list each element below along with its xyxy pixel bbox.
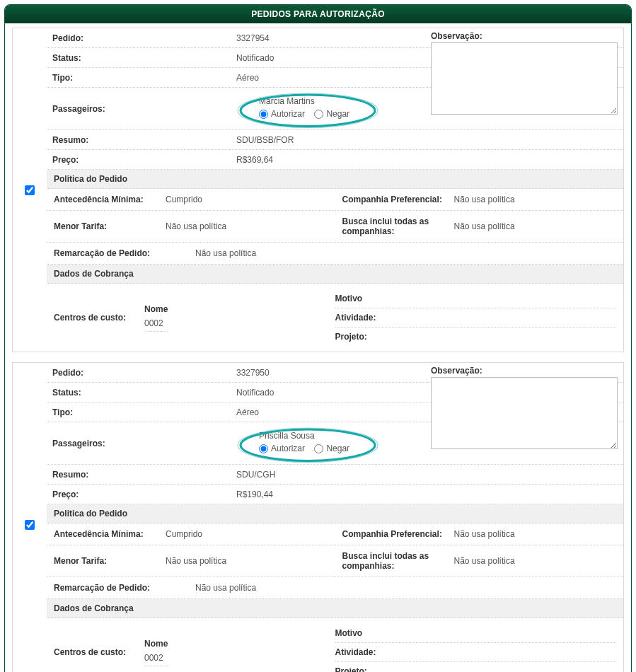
radio-autorizar[interactable] [259,444,268,453]
label-companhia-pref: Companhia Preferencial: [342,195,454,204]
value-remarcacao: Não usa política [195,583,256,593]
value-busca-inclui: Não usa política [454,556,515,566]
label-atividade: Atividade: [335,643,617,662]
cobranca-left: Centros de custo: Nome 0002 [54,624,335,672]
radio-negar[interactable] [314,444,323,453]
select-request-checkbox[interactable] [25,520,35,530]
radio-negar-label[interactable]: Negar [314,109,349,119]
section-cobranca: Dados de Cobrança [47,599,623,618]
value-menor-tarifa: Não usa política [166,221,226,231]
value-centro-custo: 0002 [144,653,168,666]
cell-busca-inclui: Busca inclui todas as companhias: Não us… [335,545,624,577]
row-resumo: Resumo: SDU/BSB/FOR [47,130,623,150]
label-menor-tarifa: Menor Tarifa: [54,556,166,566]
label-status: Status: [52,388,236,398]
row-pedido: Pedido: 3327954 Observação: [47,28,623,48]
row-remarcacao: Remarcação de Pedido: Não usa política [47,243,623,265]
value-preco: R$190,44 [236,489,618,499]
request-content: Pedido: 3327950 Observação: Status: Noti… [47,363,623,672]
label-nome: Nome [144,304,168,314]
cobranca-left: Centros de custo: Nome 0002 [54,289,335,346]
row-remarcacao: Remarcação de Pedido: Não usa política [47,577,623,599]
observation-textarea[interactable] [431,42,618,115]
passenger-name: Priscilla Sousa [259,431,357,441]
cell-antecedencia: Antecedência Mínima: Cumprido [47,189,335,211]
label-preco: Preço: [52,155,236,165]
cell-companhia-pref: Companhia Preferencial: Não usa política [335,189,624,211]
label-nome: Nome [144,639,168,649]
radio-autorizar-label[interactable]: Autorizar [259,109,305,119]
radio-negar[interactable] [314,110,323,119]
cobranca-right: Motivo Atividade: Projeto: [335,624,617,672]
label-preco: Preço: [52,489,236,499]
row-resumo: Resumo: SDU/CGH [47,465,623,485]
label-atividade: Atividade: [335,308,617,328]
label-passageiros: Passageiros: [52,439,236,448]
passenger-radios: Autorizar Negar [259,444,357,456]
row-preco: Preço: R$369,64 [47,150,623,170]
value-resumo: SDU/BSB/FOR [236,135,618,145]
politica-grid: Antecedência Mínima: Cumprido Companhia … [47,189,623,243]
cell-menor-tarifa: Menor Tarifa: Não usa política [47,545,335,577]
label-status: Status: [52,53,236,63]
label-antecedencia: Antecedência Mínima: [54,529,166,539]
radio-autorizar[interactable] [259,110,268,119]
label-resumo: Resumo: [52,470,236,480]
section-politica: Politica do Pedido [47,504,623,523]
passenger-name: Marcia Martins [259,96,357,106]
label-tipo: Tipo: [52,407,236,417]
authorization-panel: PEDIDOS PARA AUTORIZAÇÃO Pedido: 3327954… [4,4,632,672]
cell-antecedencia: Antecedência Mínima: Cumprido [47,523,335,545]
label-motivo: Motivo [335,289,617,308]
label-menor-tarifa: Menor Tarifa: [54,221,166,231]
row-pedido: Pedido: 3327950 Observação: [47,363,623,383]
cobranca-right: Motivo Atividade: Projeto: [335,289,617,346]
passenger-box: Marcia Martins Autorizar Negar [236,92,379,125]
value-menor-tarifa: Não usa política [166,556,226,566]
politica-grid: Antecedência Mínima: Cumprido Companhia … [47,523,623,577]
label-passageiros: Passageiros: [52,104,236,114]
label-tipo: Tipo: [52,73,236,83]
value-busca-inclui: Não usa política [454,221,515,231]
row-preco: Preço: R$190,44 [47,485,623,504]
label-antecedencia: Antecedência Mínima: [54,195,166,204]
label-projeto: Projeto: [335,328,617,346]
request-content: Pedido: 3327954 Observação: Status: Noti… [47,28,623,352]
label-pedido: Pedido: [52,368,236,378]
label-observacao: Observação: [431,366,618,376]
value-antecedencia: Cumprido [166,529,202,539]
cobranca-grid: Centros de custo: Nome 0002 Motivo Ativi… [47,284,623,352]
value-resumo: SDU/CGH [236,470,618,480]
passenger-box: Priscilla Sousa Autorizar Negar [236,427,379,460]
select-request-checkbox[interactable] [25,185,35,195]
label-observacao: Observação: [431,31,618,41]
centros-custo-sub: Nome 0002 [144,304,168,332]
label-resumo: Resumo: [52,135,236,145]
value-companhia-pref: Não usa política [454,529,515,539]
label-motivo: Motivo [335,624,617,643]
value-preco: R$369,64 [236,155,618,165]
label-remarcacao: Remarcação de Pedido: [54,248,195,258]
value-companhia-pref: Não usa política [454,195,515,204]
select-request-wrapper [13,28,47,352]
panel-body: Pedido: 3327954 Observação: Status: Noti… [5,23,631,672]
request-card: Pedido: 3327950 Observação: Status: Noti… [12,362,624,672]
cobranca-grid: Centros de custo: Nome 0002 Motivo Ativi… [47,618,623,672]
radio-negar-label[interactable]: Negar [314,444,349,453]
cell-companhia-pref: Companhia Preferencial: Não usa política [335,523,624,545]
radio-autorizar-label[interactable]: Autorizar [259,444,305,453]
label-centros-custo: Centros de custo: [54,313,126,323]
value-remarcacao: Não usa política [195,248,256,258]
label-projeto: Projeto: [335,662,617,672]
observation-wrapper: Observação: [431,31,618,117]
passenger-radios: Autorizar Negar [259,109,357,121]
label-busca-inclui: Busca inclui todas as companhias: [342,551,454,571]
cell-busca-inclui: Busca inclui todas as companhias: Não us… [335,211,624,243]
label-companhia-pref: Companhia Preferencial: [342,529,454,539]
cell-menor-tarifa: Menor Tarifa: Não usa política [47,211,335,243]
section-cobranca: Dados de Cobrança [47,265,623,284]
observation-textarea[interactable] [431,377,618,449]
observation-wrapper: Observação: [431,366,618,451]
panel-title: PEDIDOS PARA AUTORIZAÇÃO [5,5,631,23]
centros-custo-sub: Nome 0002 [144,639,168,666]
